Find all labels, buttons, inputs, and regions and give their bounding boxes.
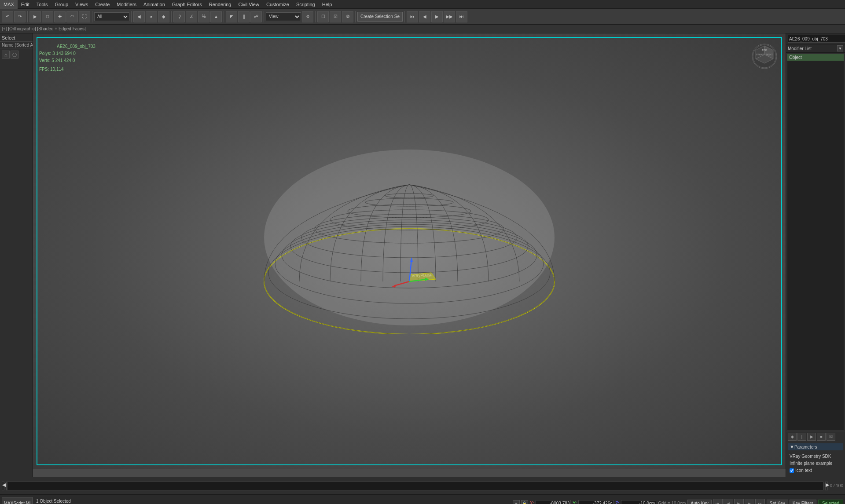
percent-snap-button[interactable]: %: [198, 11, 209, 22]
angle-snap-button[interactable]: ∠: [186, 11, 197, 22]
play-button[interactable]: ▶: [431, 11, 443, 22]
autokey-button[interactable]: Auto Key: [687, 500, 712, 504]
svg-text:VrayPlane: VrayPlane: [411, 273, 432, 278]
go-end-anim-button[interactable]: ⏭: [755, 499, 765, 504]
active-button[interactable]: |: [797, 433, 806, 441]
dome-object: VrayPlane: [255, 150, 563, 334]
z-coord-field[interactable]: [621, 500, 656, 504]
next-frame-button[interactable]: ▶▶: [444, 11, 455, 22]
lock-icon[interactable]: 🔒: [521, 500, 528, 504]
select-object-button[interactable]: ▶: [29, 11, 41, 22]
y-coord-field[interactable]: [578, 500, 614, 504]
play-anim-button[interactable]: ▶: [734, 499, 744, 504]
viewport-canvas[interactable]: AE26_009_obj_703 Polys: 3 143 694 0 Vert…: [33, 33, 786, 469]
left-panel-icons: △ ◯: [0, 49, 33, 60]
params-header-label: Parameters: [794, 445, 841, 449]
menu-item-views[interactable]: Views: [72, 0, 92, 9]
x-coord-label: X:: [530, 501, 534, 504]
view-settings-button[interactable]: ⚙: [302, 11, 313, 22]
viewport-label: [+] [Orthographic] [Shaded + Edged Faces…: [2, 26, 86, 31]
menu-item-rendering[interactable]: Rendering: [206, 0, 235, 9]
viewport-area[interactable]: AE26_009_obj_703 Polys: 3 143 694 0 Vert…: [33, 33, 786, 477]
maxscript-button[interactable]: MAXScript Mi: [2, 497, 33, 504]
sep8: [355, 11, 356, 22]
render-button[interactable]: ☑: [330, 11, 341, 22]
object-name-field[interactable]: [788, 35, 845, 43]
prev-frame-button[interactable]: ◀: [419, 11, 430, 22]
modifier-toolbar: ◆ | ▶ ■ ☒: [786, 431, 845, 442]
render-setup-button[interactable]: ☐: [317, 11, 329, 22]
timeline-area: ◀ ▶ 0 / 100: [0, 477, 845, 494]
scale-button[interactable]: ⛶: [79, 11, 90, 22]
object-selected-status: 1 Object Selected: [36, 499, 509, 504]
menu-item-create[interactable]: Create: [92, 0, 113, 9]
menu-item-edit[interactable]: Edit: [18, 0, 33, 9]
show-result-button[interactable]: ▶: [807, 433, 816, 441]
mirror-button[interactable]: ◤: [226, 11, 237, 22]
layer-manager-button[interactable]: ☍: [250, 11, 262, 22]
bind-button[interactable]: ◆: [158, 11, 169, 22]
go-start-button[interactable]: ⏮: [407, 11, 418, 22]
menu-item-max[interactable]: MAX: [0, 0, 18, 9]
selection-lock-icon[interactable]: ■: [513, 500, 520, 504]
lock-icon-area: ■ 🔒: [513, 500, 528, 504]
all-select[interactable]: All: [94, 12, 129, 21]
create-selection-button[interactable]: Create Selection Se: [357, 12, 403, 22]
modifier-object-item[interactable]: Object: [787, 54, 844, 61]
viewport-label-bar: [+] [Orthographic] [Shaded + Edged Faces…: [0, 25, 845, 33]
move-button[interactable]: ✚: [54, 11, 66, 22]
key-filters-button[interactable]: Key Filters: [790, 500, 816, 504]
geometry-icon[interactable]: △: [2, 51, 10, 58]
toolbar: ↶ ↷ ▶ □ ✚ ◠ ⛶ All ◀ ▸ ◆ ⚳ ∠ % ▲ ◤ ∥ ☍ Vi…: [0, 9, 845, 25]
menu-item-customize[interactable]: Customize: [263, 0, 293, 9]
z-coord-label: Z:: [615, 501, 619, 504]
link-button[interactable]: ◀: [133, 11, 145, 22]
sep5: [224, 11, 224, 22]
prev-frame-anim-button[interactable]: ◀: [724, 499, 733, 504]
key-filters-area: Set Key Key Filters: [767, 500, 816, 504]
sep3: [131, 11, 132, 22]
go-end-button[interactable]: ⏭: [456, 11, 467, 22]
timeline-scroll-left[interactable]: ◀: [2, 482, 4, 490]
timeline-scroll-right[interactable]: ▶: [825, 482, 828, 490]
unlink-button[interactable]: ▸: [146, 11, 157, 22]
modifier-list-area[interactable]: Object: [787, 54, 844, 431]
select-region-button[interactable]: □: [42, 11, 53, 22]
shapes-icon[interactable]: ◯: [11, 51, 18, 58]
timeline-bar[interactable]: [6, 482, 823, 490]
params-header[interactable]: ▼ Parameters: [788, 443, 843, 450]
remove-modifier-button[interactable]: ☒: [827, 433, 835, 441]
x-coord-field[interactable]: [536, 500, 571, 504]
align-button[interactable]: ∥: [238, 11, 250, 22]
params-collapse-icon: ▼: [790, 444, 794, 449]
sep9: [404, 11, 405, 22]
select-label: Select: [0, 33, 33, 42]
go-start-anim-button[interactable]: ⏮: [713, 499, 723, 504]
menu-item-tools[interactable]: Tools: [33, 0, 51, 9]
menu-item-animation[interactable]: Animation: [140, 0, 169, 9]
snap-toggle-button[interactable]: ⚳: [173, 11, 185, 22]
menu-item-scripting[interactable]: Scripting: [293, 0, 319, 9]
menu-item-modifiers[interactable]: Modifiers: [113, 0, 140, 9]
material-editor-button[interactable]: ☢: [342, 11, 353, 22]
svg-text:FRONT: FRONT: [756, 53, 764, 56]
menu-item-graph editors[interactable]: Graph Editors: [169, 0, 206, 9]
undo-button[interactable]: ↶: [2, 11, 13, 22]
next-frame-anim-button[interactable]: ▶: [745, 499, 754, 504]
make-unique-button[interactable]: ■: [817, 433, 826, 441]
menu-item-civil view[interactable]: Civil View: [235, 0, 262, 9]
icon-text-param: Icon text: [790, 467, 841, 474]
set-key-button[interactable]: Set Key: [767, 500, 788, 504]
menu-item-group[interactable]: Group: [51, 0, 72, 9]
status-bar: MAXScript Mi 1 Object Selected Click and…: [0, 494, 845, 504]
sep7: [315, 11, 316, 22]
viewport-cube[interactable]: TOP RIGHT FRONT: [750, 42, 777, 69]
modifier-dropdown-button[interactable]: ▼: [837, 45, 843, 51]
spinner-snap-button[interactable]: ▲: [210, 11, 222, 22]
rotate-button[interactable]: ◠: [66, 11, 78, 22]
pin-stack-button[interactable]: ◆: [788, 433, 797, 441]
icon-text-checkbox[interactable]: [790, 468, 794, 473]
redo-button[interactable]: ↷: [14, 11, 26, 22]
view-select[interactable]: View: [266, 12, 301, 21]
menu-item-help[interactable]: Help: [319, 0, 336, 9]
